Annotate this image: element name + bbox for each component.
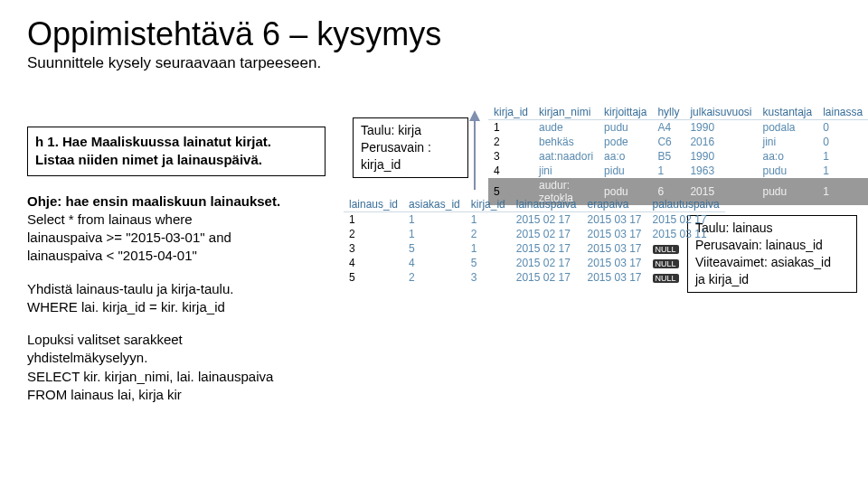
cell: B5 bbox=[652, 149, 684, 164]
cell: 1 bbox=[817, 149, 868, 164]
lopuksi-line-4: FROM lainaus lai, kirja kir bbox=[27, 387, 182, 402]
cell: 3 bbox=[488, 149, 533, 164]
yhdista-line-2: WHERE lai. kirja_id = kir. kirja_id bbox=[27, 299, 225, 314]
cell: 1990 bbox=[684, 120, 757, 136]
cell: 2015 02 17 bbox=[511, 241, 582, 256]
cell: pode bbox=[599, 135, 652, 149]
yhdista-line-1: Yhdistä lainaus-taulu ja kirja-taulu. bbox=[27, 281, 233, 296]
col-header: hylly bbox=[652, 105, 684, 120]
left-column: h 1. Hae Maaliskuussa lainatut kirjat. L… bbox=[27, 127, 326, 418]
lopuksi-line-3: SELECT kir. kirjan_nimi, lai. lainauspai… bbox=[27, 369, 273, 384]
cell: 2015 02 17 bbox=[511, 227, 582, 241]
lopuksi-line-1: Lopuksi valitset sarakkeet bbox=[27, 332, 183, 347]
ohje-sql-2: lainauspaiva >= "2015-03-01" and bbox=[27, 230, 231, 245]
cell: 2016 bbox=[684, 135, 757, 149]
lopuksi-line-2: yhdistelmäkyselyyn. bbox=[27, 350, 147, 365]
ohje-sql-3: lainauspaiva < "2015-04-01" bbox=[27, 248, 197, 263]
cell: 1 bbox=[817, 178, 868, 205]
arrow-up-icon bbox=[474, 112, 476, 190]
cell: pudu bbox=[757, 178, 817, 205]
cell: 5 bbox=[344, 270, 403, 285]
cell: NULL bbox=[647, 270, 725, 285]
col-header: kirja_id bbox=[466, 197, 511, 212]
cell: 2015 02 17 bbox=[647, 212, 725, 228]
table-row: 2122015 02 172015 03 172015 03 11 bbox=[344, 227, 725, 241]
cell: 4 bbox=[344, 256, 403, 270]
box-kirja-l1: Taulu: kirja bbox=[361, 122, 460, 139]
cell: 2 bbox=[488, 135, 533, 149]
cell: aa:o bbox=[757, 149, 817, 164]
lopuksi-block: Lopuksi valitset sarakkeet yhdistelmäkys… bbox=[27, 331, 326, 404]
cell: 2015 03 17 bbox=[581, 227, 646, 241]
col-header: lainauspaiva bbox=[511, 197, 582, 212]
cell: 1 bbox=[488, 120, 533, 136]
slide: Oppimistehtävä 6 – kysymys Suunnittele k… bbox=[0, 0, 868, 488]
cell: 2015 02 17 bbox=[511, 256, 582, 270]
table-row: 3aat:naadoriaa:oB51990aa:o1 bbox=[488, 149, 868, 164]
cell: 1 bbox=[466, 241, 511, 256]
page-title: Oppimistehtävä 6 – kysymys bbox=[27, 16, 841, 52]
ohje-block: Ohje: hae ensin maaliskuun lainaukset. S… bbox=[27, 192, 326, 266]
cell: 4 bbox=[488, 164, 533, 178]
col-header: kirjan_nimi bbox=[533, 105, 599, 120]
cell: podala bbox=[757, 120, 817, 136]
subtitle: Suunnittele kysely seuraavaan tarpeeseen… bbox=[27, 54, 841, 72]
cell: 1 bbox=[466, 212, 511, 228]
cell: pudu bbox=[757, 164, 817, 178]
box-kirja-l2: Perusavain : bbox=[361, 139, 460, 156]
cell: 2015 02 17 bbox=[511, 270, 582, 285]
cell: pidu bbox=[599, 164, 652, 178]
cell: 1 bbox=[344, 212, 403, 228]
cell: A4 bbox=[652, 120, 684, 136]
cell: 2015 03 17 bbox=[581, 270, 646, 285]
ohje-intro: Ohje: hae ensin maaliskuun lainaukset. bbox=[27, 193, 280, 209]
cell: 2 bbox=[466, 227, 511, 241]
cell: 1 bbox=[403, 212, 466, 228]
table-row: 1audepuduA41990podala0 bbox=[488, 120, 868, 136]
col-header: kustantaja bbox=[757, 105, 817, 120]
cell: jini bbox=[533, 164, 599, 178]
col-header: lainassa bbox=[817, 105, 868, 120]
task-line-2: Listaa niiden nimet ja lainauspäivä. bbox=[35, 151, 317, 169]
col-header: lainaus_id bbox=[344, 197, 403, 212]
cell: 2015 03 17 bbox=[581, 256, 646, 270]
cell: 2015 03 11 bbox=[647, 227, 725, 241]
cell: pudu bbox=[599, 120, 652, 136]
cell: 2 bbox=[403, 270, 466, 285]
cell: 3 bbox=[466, 270, 511, 285]
cell: 1963 bbox=[684, 164, 757, 178]
box-kirja-l3: kirja_id bbox=[361, 156, 460, 174]
col-header: palautuspaiva bbox=[647, 197, 725, 212]
table-row: 4452015 02 172015 03 17NULL bbox=[344, 256, 725, 270]
col-header: kirjoittaja bbox=[599, 105, 652, 120]
cell: 1 bbox=[403, 227, 466, 241]
table-row: 1112015 02 172015 03 172015 02 17 bbox=[344, 212, 725, 228]
task-line-1: h 1. Hae Maaliskuussa lainatut kirjat. bbox=[35, 133, 317, 151]
cell: 2 bbox=[344, 227, 403, 241]
table-row: 3512015 02 172015 03 17NULL bbox=[344, 241, 725, 256]
cell: 0 bbox=[817, 120, 868, 136]
table-row: 2behkäspodeC62016jini0 bbox=[488, 135, 868, 149]
cell: 3 bbox=[344, 241, 403, 256]
table-row: 5232015 02 172015 03 17NULL bbox=[344, 270, 725, 285]
cell: jini bbox=[757, 135, 817, 149]
cell: 2015 02 17 bbox=[511, 212, 582, 228]
cell: 4 bbox=[403, 256, 466, 270]
col-header: asiakas_id bbox=[403, 197, 466, 212]
table-lainaus: lainaus_idasiakas_idkirja_idlainauspaiva… bbox=[344, 197, 725, 285]
task-box: h 1. Hae Maaliskuussa lainatut kirjat. L… bbox=[27, 127, 326, 176]
cell: NULL bbox=[647, 256, 725, 270]
table-kirja: kirja_idkirjan_nimikirjoittajahyllyjulka… bbox=[488, 105, 868, 205]
info-box-kirja: Taulu: kirja Perusavain : kirja_id bbox=[353, 117, 468, 178]
col-header: kirja_id bbox=[488, 105, 533, 120]
ohje-sql-1: Select * from lainaus where bbox=[27, 211, 193, 227]
cell: aa:o bbox=[599, 149, 652, 164]
yhdista-block: Yhdistä lainaus-taulu ja kirja-taulu. WH… bbox=[27, 280, 326, 317]
cell: 1990 bbox=[684, 149, 757, 164]
cell: behkäs bbox=[533, 135, 599, 149]
cell: 5 bbox=[403, 241, 466, 256]
cell: 0 bbox=[817, 135, 868, 149]
cell: aude bbox=[533, 120, 599, 136]
cell: 2015 03 17 bbox=[581, 241, 646, 256]
col-header: erapaiva bbox=[581, 197, 646, 212]
